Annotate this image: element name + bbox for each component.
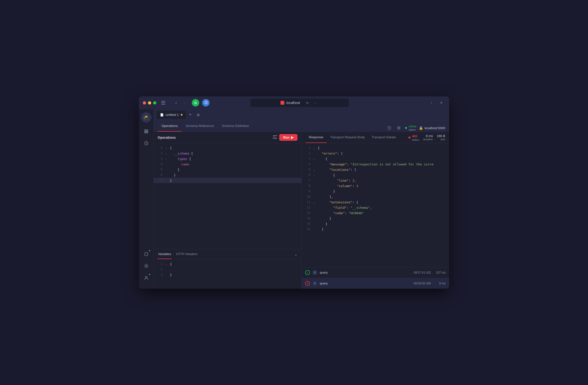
transport-request-label: Transport Request Body <box>330 135 365 139</box>
code-line-1: 1 ⌄ { <box>154 145 301 151</box>
history-type-1: Q <box>313 281 317 286</box>
address-bar[interactable]: 🔴 localhost ↻ ··· <box>251 99 349 107</box>
tab-schema-definition-label: Schema Definition <box>222 124 249 128</box>
settings-action-button[interactable] <box>395 124 403 132</box>
response-editor: 1 ⌄ { 2 "errors": [ 3 ⌄ { <box>302 143 449 267</box>
fold-3[interactable]: ⌄ <box>166 157 169 160</box>
tab-operations[interactable]: Operations <box>158 120 182 132</box>
status-online-label: online <box>408 125 416 128</box>
tab-operations-label: Operations <box>162 124 178 128</box>
resp-line-3: 3 ⌄ { <box>302 156 449 161</box>
history-op-0: query <box>320 271 411 274</box>
add-tab-button[interactable]: + <box>187 112 194 118</box>
resp-fold-3[interactable]: ⌄ <box>314 157 317 160</box>
tab-bar: 📄 untitled 1 + ⊞ <box>154 109 449 120</box>
svg-rect-2 <box>161 104 165 105</box>
info-button[interactable]: ⓘ <box>202 99 210 107</box>
tab-variables[interactable]: Variables <box>158 249 172 259</box>
save-tab-button[interactable]: ⊞ <box>195 112 202 118</box>
resp-fold-6[interactable]: ⌄ <box>314 174 317 177</box>
history-op-1: query <box>320 281 411 285</box>
fold-1[interactable]: ⌄ <box>166 146 169 150</box>
share-button[interactable]: ↑ <box>427 99 435 106</box>
reload-button[interactable]: ↻ <box>304 99 311 106</box>
layers-icon[interactable] <box>141 126 151 136</box>
maximize-button[interactable] <box>153 101 156 105</box>
variables-editor[interactable]: 1 ⌄ { 2 3 <box>154 259 301 289</box>
app-window: ‹ › G ⓘ 🔴 localhost ↻ ··· ↑ + 🥷 <box>139 96 449 289</box>
sidebar: 🥷 <box>139 109 154 289</box>
close-button[interactable] <box>143 101 146 105</box>
resp-fold-5[interactable]: ⌄ <box>314 168 317 171</box>
svg-rect-11 <box>273 137 276 137</box>
tab-transport-request[interactable]: Transport Request Body <box>327 132 368 143</box>
size-meta: 166 B size <box>437 134 445 141</box>
resp-fold-11[interactable]: ⌄ <box>314 201 317 204</box>
format-button[interactable] <box>271 134 279 141</box>
sidebar-toggle-button[interactable] <box>159 99 167 106</box>
history-time-1: 09:58:05.460 <box>414 282 431 285</box>
tab-schema-reference-label: Schema Reference <box>186 124 214 128</box>
run-button[interactable]: Run ▶ <box>279 134 297 141</box>
tab-transport-details[interactable]: Transport Details <box>368 132 399 143</box>
back-button[interactable]: ‹ <box>172 99 180 106</box>
history-status-err: ✕ <box>305 281 310 286</box>
reload-action-button[interactable] <box>385 124 393 132</box>
tab-untitled1[interactable]: 📄 untitled 1 <box>157 111 186 119</box>
resp-line-7: 7 "line": 2, <box>302 178 449 183</box>
grammarly-button[interactable]: G <box>192 99 199 107</box>
new-tab-button[interactable]: + <box>437 99 445 106</box>
sync-badge <box>141 249 151 259</box>
resp-line-6: 6 ⌄ { <box>302 172 449 178</box>
file-icon: 📄 <box>160 113 164 116</box>
history-item-0[interactable]: ✓ Q query 09:57:41.432 107 ms <box>302 267 449 278</box>
svg-point-9 <box>399 127 400 129</box>
var-line-1: 1 ⌄ { <box>154 261 301 267</box>
main-panel: 📄 untitled 1 + ⊞ Operations Schema Refer… <box>154 109 449 289</box>
code-line-6: 6 } <box>154 172 301 178</box>
size-value: 166 B <box>437 134 445 138</box>
operations-editor[interactable]: 1 ⌄ { 2 ⌄ __schema { 3 ⌄ types <box>154 143 301 249</box>
status-sub-label: status <box>408 128 416 131</box>
code-line-7: 7 } <box>154 178 301 183</box>
history-item-1[interactable]: ✕ Q query 09:58:05.460 8 ms <box>302 278 449 289</box>
svg-point-8 <box>145 276 147 278</box>
user-badge-dot <box>148 273 151 275</box>
titlebar: ‹ › G ⓘ 🔴 localhost ↻ ··· ↑ + <box>139 96 449 109</box>
var-fold-1[interactable]: ⌄ <box>166 263 169 266</box>
resp-line-11: 11 ⌄ "extensions": { <box>302 199 449 205</box>
tab-schema-definition[interactable]: Schema Definition <box>218 120 253 132</box>
run-label: Run <box>283 136 289 139</box>
tab-response[interactable]: Response <box>306 132 327 143</box>
forward-button[interactable]: › <box>181 99 189 106</box>
settings-icon[interactable] <box>141 261 151 271</box>
code-line-2: 2 ⌄ __schema { <box>154 151 301 156</box>
size-label: size <box>440 138 445 141</box>
tab-http-headers[interactable]: HTTP Headers <box>176 249 198 259</box>
tab-label: untitled 1 <box>166 113 179 116</box>
variables-tab-label: Variables <box>158 252 171 256</box>
svg-rect-12 <box>273 138 276 139</box>
svg-rect-0 <box>161 101 165 102</box>
resp-line-9: 9 } <box>302 189 449 194</box>
resp-fold-1[interactable]: ⌄ <box>314 146 317 150</box>
avatar[interactable]: 🥷 <box>141 112 151 122</box>
nav-actions: online status 🔒 localhost:5000 <box>385 124 445 132</box>
resp-line-14: 14 } <box>302 216 449 221</box>
fold-2[interactable]: ⌄ <box>166 152 169 155</box>
variables-header: Variables HTTP Headers ⌄ <box>154 249 301 259</box>
editor-area: Operations Run ▶ <box>154 132 449 289</box>
duration-value: 8 ms <box>426 134 433 138</box>
right-panel: Response Transport Request Body Transpor… <box>302 132 449 289</box>
favicon: 🔴 <box>280 101 284 105</box>
status-text-block: online status <box>408 125 416 131</box>
more-button[interactable]: ··· <box>312 99 319 106</box>
history-icon[interactable] <box>141 138 151 148</box>
resp-line-16: 16 ] <box>302 226 449 232</box>
collapse-button[interactable]: ⌄ <box>294 252 297 257</box>
minimize-button[interactable] <box>148 101 151 105</box>
resp-line-15: 15 } <box>302 221 449 226</box>
nav-tabs-bar: Operations Schema Reference Schema Defin… <box>154 120 449 132</box>
history-dur-1: 8 ms <box>433 282 446 285</box>
tab-schema-reference[interactable]: Schema Reference <box>182 120 218 132</box>
